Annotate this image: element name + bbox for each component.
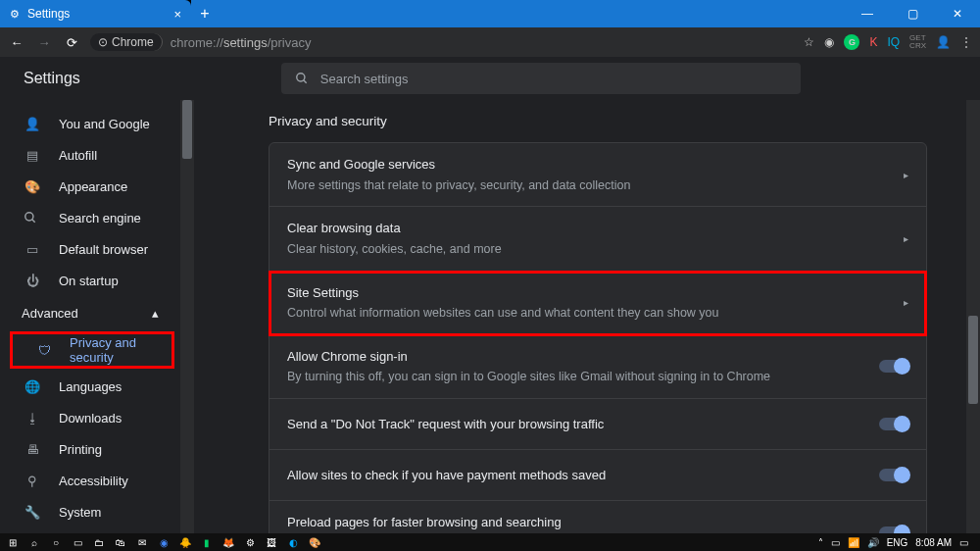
row-title: Clear browsing data	[287, 219, 864, 238]
explorer-icon[interactable]: 🗀	[90, 534, 108, 550]
crx-ext-icon[interactable]: GETCRX	[909, 34, 926, 50]
advanced-label: Advanced	[22, 306, 78, 321]
tray-chevron-icon[interactable]: ˄	[818, 537, 823, 548]
wifi-icon[interactable]: 📶	[848, 537, 859, 548]
new-tab-button[interactable]: +	[191, 0, 219, 27]
chevron-right-icon: ▸	[904, 170, 908, 180]
sidebar-item-appearance[interactable]: 🎨 Appearance	[0, 171, 180, 202]
app-icon-2[interactable]: ▮	[198, 534, 216, 550]
taskview-icon[interactable]: ▭	[69, 534, 86, 550]
start-button[interactable]: ⊞	[4, 534, 22, 550]
main-panel: Privacy and security Sync and Google ser…	[194, 100, 966, 533]
search-button[interactable]: ⌕	[25, 534, 43, 550]
system-tray[interactable]: ˄ ▭ 📶 🔊 ENG 8:08 AM ▭	[818, 537, 976, 548]
sidebar-item-default-browser[interactable]: ▭ Default browser	[0, 233, 180, 265]
sidebar-item-downloads[interactable]: ⭳ Downloads	[0, 402, 180, 433]
toggle-allow-signin[interactable]	[879, 360, 908, 373]
search-placeholder: Search settings	[320, 72, 409, 86]
site-chip: ⊙Chrome	[90, 33, 163, 51]
row-title: Allow Chrome sign-in	[287, 347, 840, 367]
lang-indicator[interactable]: ENG	[887, 537, 908, 548]
maximize-button[interactable]: ▢	[890, 0, 935, 27]
sidebar-item-search-engine[interactable]: Search engine	[0, 202, 180, 233]
power-icon: ⏻	[24, 274, 41, 288]
search-icon	[24, 211, 41, 225]
browser-tab[interactable]: ⚙ Settings ×	[0, 0, 191, 27]
titlebar-spacer	[219, 0, 845, 27]
chevron-right-icon: ▸	[904, 233, 908, 244]
search-icon	[295, 72, 309, 85]
battery-icon[interactable]: ▭	[831, 537, 840, 548]
svg-line-3	[32, 220, 35, 223]
sidebar-item-you-and-google[interactable]: 👤 You and Google	[0, 108, 180, 139]
toggle-dnt[interactable]	[879, 418, 908, 430]
highlight-annotation: 🛡 Privacy and security	[10, 331, 174, 369]
sidebar: 👤 You and Google ▤ Autofill 🎨 Appearance…	[0, 100, 180, 533]
menu-icon[interactable]: ⋮	[960, 35, 972, 49]
toolbar-icons: ☆ ◉ G K IQ GETCRX 👤 ⋮	[804, 34, 972, 50]
sidebar-label: Privacy and security	[70, 335, 172, 365]
row-preload: Preload pages for faster browsing and se…	[270, 501, 926, 533]
minimize-button[interactable]: —	[845, 0, 890, 27]
star-icon[interactable]: ☆	[804, 35, 814, 49]
cortana-icon[interactable]: ○	[47, 534, 65, 550]
iq-ext-icon[interactable]: IQ	[887, 35, 900, 49]
row-subtitle: Control what information websites can us…	[287, 304, 864, 323]
toggle-payment-check[interactable]	[879, 469, 908, 481]
page-header: Settings Search settings	[0, 57, 980, 100]
close-tab-icon[interactable]: ×	[173, 7, 181, 22]
row-site-settings[interactable]: Site SettingsControl what information we…	[270, 272, 926, 335]
globe-icon: 🌐	[24, 379, 41, 394]
k-ext-icon[interactable]: K	[869, 35, 877, 49]
row-dnt: Send a "Do Not Track" request with your …	[270, 399, 926, 450]
app-icon-3[interactable]: 🦊	[220, 534, 237, 550]
avatar-icon[interactable]: 👤	[936, 35, 951, 49]
sidebar-item-languages[interactable]: 🌐 Languages	[0, 371, 180, 402]
palette-icon: 🎨	[24, 179, 41, 194]
camera-ext-icon[interactable]: ◉	[824, 35, 834, 49]
paint-icon[interactable]: 🎨	[306, 534, 323, 550]
chrome-icon[interactable]: ◉	[155, 534, 172, 550]
photos-icon[interactable]: 🖼	[263, 534, 280, 550]
wrench-icon: 🔧	[24, 505, 41, 520]
edge-icon[interactable]: ◐	[284, 534, 302, 550]
notifications-icon[interactable]: ▭	[959, 537, 968, 548]
volume-icon[interactable]: 🔊	[867, 537, 879, 548]
sidebar-item-system[interactable]: 🔧 System	[0, 496, 180, 527]
clock[interactable]: 8:08 AM	[915, 537, 952, 548]
back-button[interactable]: ←	[8, 35, 25, 50]
omnibox[interactable]: ⊙Chrome chrome://settings/privacy	[90, 33, 794, 51]
sidebar-item-autofill[interactable]: ▤ Autofill	[0, 139, 180, 171]
forward-button[interactable]: →	[35, 35, 53, 50]
row-title: Site Settings	[287, 283, 864, 303]
sidebar-item-on-startup[interactable]: ⏻ On startup	[0, 265, 180, 296]
windows-taskbar: ⊞ ⌕ ○ ▭ 🗀 🛍 ✉ ◉ 🐥 ▮ 🦊 ⚙ 🖼 ◐ 🎨 ˄ ▭ 📶 🔊 EN…	[0, 533, 980, 551]
sidebar-item-privacy[interactable]: 🛡 Privacy and security	[13, 334, 172, 366]
toggle-preload[interactable]	[879, 526, 908, 533]
download-icon: ⭳	[24, 411, 41, 426]
app-icon-4[interactable]: ⚙	[241, 534, 259, 550]
grammarly-ext-icon[interactable]: G	[844, 34, 859, 50]
search-settings-input[interactable]: Search settings	[281, 63, 801, 94]
row-payment-check: Allow sites to check if you have payment…	[270, 450, 926, 501]
reload-button[interactable]: ⟳	[63, 35, 80, 50]
row-sync[interactable]: Sync and Google servicesMore settings th…	[270, 143, 926, 207]
close-window-button[interactable]: ✕	[935, 0, 980, 27]
sidebar-advanced-toggle[interactable]: Advanced ▴	[0, 296, 180, 329]
row-clear-data[interactable]: Clear browsing dataClear history, cookie…	[270, 207, 926, 271]
row-subtitle: More settings that relate to privacy, se…	[287, 176, 864, 195]
app-icon-1[interactable]: 🐥	[176, 534, 194, 550]
chevron-up-icon: ▴	[152, 306, 159, 321]
row-title: Sync and Google services	[287, 155, 864, 175]
row-title: Send a "Do Not Track" request with your …	[287, 415, 840, 434]
store-icon[interactable]: 🛍	[112, 534, 129, 550]
main-scrollbar[interactable]	[966, 100, 980, 533]
mail-icon[interactable]: ✉	[133, 534, 151, 550]
sidebar-label: Search engine	[59, 211, 141, 225]
sidebar-label: Accessibility	[59, 474, 128, 488]
sidebar-item-printing[interactable]: 🖶 Printing	[0, 433, 180, 465]
sidebar-scrollbar[interactable]	[180, 100, 194, 533]
sidebar-item-accessibility[interactable]: ⚲ Accessibility	[0, 465, 180, 496]
gear-icon: ⚙	[10, 8, 20, 21]
shield-icon: 🛡	[36, 343, 52, 358]
